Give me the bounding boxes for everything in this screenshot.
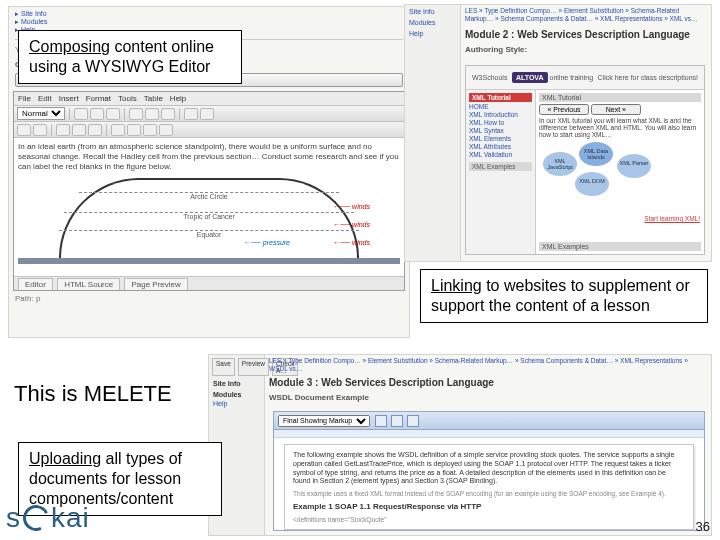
list-ol-button[interactable] (200, 108, 214, 120)
nav-siteinfo[interactable]: Site Info (21, 10, 47, 17)
latitude-cancer: Tropic of Cancer (64, 212, 354, 222)
tut-item[interactable]: XML Elements (469, 135, 532, 142)
tut-item[interactable]: XML Validation (469, 151, 532, 158)
link-subtitle: Authoring Style: (465, 45, 527, 54)
save-button[interactable]: Save (212, 358, 235, 376)
side-h2: Modules (213, 391, 260, 398)
winds-label-3: winds (333, 239, 370, 248)
tab-editor[interactable]: Editor (18, 278, 53, 290)
sakai-logo: s kai (6, 502, 90, 534)
tut-item[interactable]: XML Syntax (469, 127, 532, 134)
list-ul-button[interactable] (184, 108, 198, 120)
editor-tabs[interactable]: Editor HTML Source Page Preview (14, 276, 404, 290)
editor-toolbar-2[interactable] (14, 122, 404, 138)
tutorial-intro: In our XML tutorial you will learn what … (539, 117, 701, 138)
underline-button[interactable] (106, 108, 120, 120)
align-center-button[interactable] (145, 108, 159, 120)
cell-diagram: Arctic Circle Tropic of Cancer Equator w… (18, 178, 400, 264)
bubble[interactable]: XML Parser (617, 154, 651, 178)
bg-button[interactable] (127, 124, 141, 136)
image-button[interactable] (72, 124, 86, 136)
editor-menubar[interactable]: FileEditInsertFormatToolsTableHelp (14, 92, 404, 106)
bold-button[interactable] (74, 108, 88, 120)
tutorial-nav: XML Tutorial HOME XML Introduction XML H… (466, 90, 536, 254)
sakai-text-kai: kai (51, 502, 90, 534)
more-button[interactable] (159, 124, 173, 136)
word-review-bar[interactable]: Final Showing Markup (274, 412, 704, 430)
callout-compose: Composing content online using a WYSIWYG… (18, 30, 242, 84)
next-button[interactable] (591, 104, 641, 115)
word-document: Final Showing Markup The following examp… (273, 411, 705, 531)
winds-label-2: winds (333, 221, 370, 230)
review-icon[interactable] (407, 415, 419, 427)
prev-button[interactable] (539, 104, 589, 115)
italic-button[interactable] (90, 108, 104, 120)
page-number: 36 (696, 519, 710, 534)
bubble[interactable]: XML JavaScript (543, 152, 577, 176)
editor-toolbar-1[interactable]: Normal (14, 106, 404, 122)
side-help[interactable]: Help (213, 400, 260, 407)
review-icon[interactable] (391, 415, 403, 427)
side-h1: Site Info (213, 380, 260, 387)
tut-header: XML Tutorial (469, 93, 532, 102)
ad-left: W3Schools (472, 74, 507, 81)
link-module-title: Module 2 : Web Services Description Lang… (465, 29, 705, 40)
preview-button[interactable]: Preview (238, 358, 269, 376)
link-breadcrumbs[interactable]: LES » Type Definition Compo… » Element S… (465, 7, 707, 23)
clear-button[interactable] (143, 124, 157, 136)
side-siteinfo[interactable]: Site Info (409, 8, 456, 15)
align-right-button[interactable] (161, 108, 175, 120)
tab-source[interactable]: HTML Source (57, 278, 120, 290)
editor-canvas[interactable]: In an ideal earth (from an atmospheric s… (14, 138, 404, 276)
ad-sub: online training (550, 74, 594, 81)
word-page: The following example shows the WSDL def… (284, 444, 694, 530)
tut-item[interactable]: HOME (469, 103, 532, 110)
review-icon[interactable] (375, 415, 387, 427)
bubble[interactable]: XML DOM (575, 172, 609, 196)
callout-melete: This is MELETE (4, 374, 192, 414)
upload-screenshot: Save Preview Check A… Site Info Modules … (208, 354, 712, 536)
embedded-site: W3Schools ALTOVA online training Click h… (465, 65, 705, 255)
latitude-equator: Equator (59, 230, 359, 240)
callout-link: Linking to websites to supplement or sup… (420, 269, 708, 323)
link-button[interactable] (56, 124, 70, 136)
wysiwyg-editor: FileEditInsertFormatToolsTableHelp Norma… (13, 91, 405, 291)
learn-link[interactable]: Start learning XML! (644, 215, 700, 222)
tut-item[interactable]: XML Attributes (469, 143, 532, 150)
link-sidebar: Site Info Modules Help (405, 5, 461, 261)
redo-button[interactable] (33, 124, 47, 136)
markup-select[interactable]: Final Showing Markup (278, 415, 370, 427)
ruler (274, 430, 704, 438)
word-codeline: <definitions name="StockQuote" (293, 516, 685, 524)
winds-label-1: winds (333, 203, 370, 212)
ad-right[interactable]: Click here for class descriptions! (598, 74, 698, 81)
bubble[interactable]: XML Data Islands (579, 142, 613, 166)
ad-brand: ALTOVA (512, 72, 548, 83)
side-modules[interactable]: Modules (409, 19, 456, 26)
sakai-text-s: s (6, 502, 21, 534)
tutorial-body: XML Tutorial In our XML tutorial you wil… (536, 90, 704, 254)
latitude-arctic: Arctic Circle (79, 192, 339, 202)
editor-paragraph: In an ideal earth (from an atmospheric s… (18, 142, 399, 171)
word-para2: This example uses a fixed XML format ins… (293, 490, 685, 498)
tut-grey: XML Examples (469, 162, 532, 171)
topic-bubbles: XML JavaScript XML Data Islands XML DOM … (539, 142, 701, 210)
sakai-bird-icon (19, 501, 52, 534)
right-header: XML Tutorial (539, 93, 701, 102)
upload-breadcrumbs[interactable]: LES » Type Definition Compo… » Element S… (269, 357, 707, 373)
align-left-button[interactable] (129, 108, 143, 120)
format-select[interactable]: Normal (17, 107, 65, 120)
editor-status: Path: p (9, 291, 409, 306)
undo-button[interactable] (17, 124, 31, 136)
side-help[interactable]: Help (409, 30, 456, 37)
tab-preview[interactable]: Page Preview (124, 278, 187, 290)
ad-banner[interactable]: W3Schools ALTOVA online training Click h… (466, 66, 704, 90)
nav-modules[interactable]: Modules (21, 18, 47, 25)
linking-screenshot: Site Info Modules Help LES » Type Defini… (404, 4, 712, 262)
table-button[interactable] (88, 124, 102, 136)
color-button[interactable] (111, 124, 125, 136)
tut-item[interactable]: XML How to (469, 119, 532, 126)
word-heading: Example 1 SOAP 1.1 Request/Response via … (293, 502, 685, 512)
upload-module-title: Module 3 : Web Services Description Lang… (269, 377, 705, 388)
tut-item[interactable]: XML Introduction (469, 111, 532, 118)
